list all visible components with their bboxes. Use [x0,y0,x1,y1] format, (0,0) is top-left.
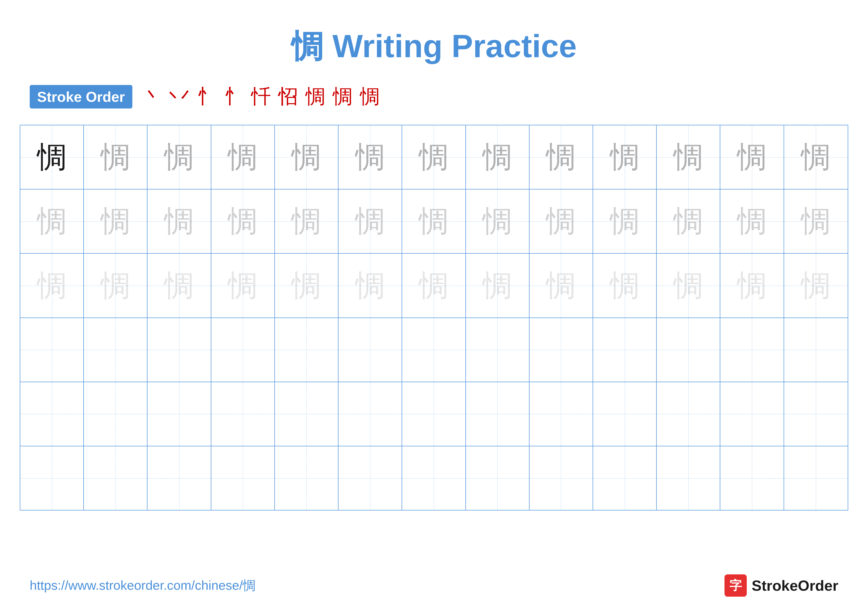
char-display: 惆 [610,201,640,241]
grid-cell-4-7[interactable] [402,318,466,382]
char-display: 惆 [482,137,512,177]
grid-cell-5-12[interactable] [720,382,784,446]
title-text: Writing Practice [323,28,577,64]
grid-cell-2-2[interactable]: 惆 [84,190,147,253]
grid-cell-2-13[interactable]: 惆 [784,190,848,253]
grid-cell-5-10[interactable] [593,382,657,446]
grid-cell-2-10[interactable]: 惆 [593,190,657,253]
char-display: 惆 [355,201,385,241]
grid-cell-2-3[interactable]: 惆 [147,190,211,253]
grid-cell-4-9[interactable] [530,318,593,382]
grid-row-3: 惆 惆 惆 惆 惆 惆 惆 惆 惆 惆 惆 惆 [20,253,848,318]
grid-cell-3-8[interactable]: 惆 [466,253,530,317]
grid-cell-1-2[interactable]: 惆 [84,125,147,189]
grid-cell-3-2[interactable]: 惆 [84,253,147,317]
logo-icon: 字 [724,574,747,597]
grid-cell-4-5[interactable] [275,318,338,382]
grid-cell-6-2[interactable] [84,446,147,510]
char-display: 惆 [801,201,831,241]
grid-cell-2-7[interactable]: 惆 [402,190,466,253]
grid-cell-3-4[interactable]: 惆 [211,253,275,317]
grid-cell-3-3[interactable]: 惆 [147,253,211,317]
grid-cell-1-8[interactable]: 惆 [466,125,530,189]
grid-cell-4-1[interactable] [20,318,84,382]
grid-cell-1-1[interactable]: 惆 [20,125,84,189]
grid-cell-2-8[interactable]: 惆 [466,190,530,253]
char-display: 惆 [419,201,449,241]
logo-text: StrokeOrder [752,577,838,594]
grid-cell-3-6[interactable]: 惆 [338,253,402,317]
grid-cell-4-10[interactable] [593,318,657,382]
grid-cell-6-12[interactable] [720,446,784,510]
grid-cell-1-3[interactable]: 惆 [147,125,211,189]
grid-cell-1-12[interactable]: 惆 [720,125,784,189]
grid-cell-1-5[interactable]: 惆 [275,125,338,189]
char-display: 惆 [610,266,640,306]
grid-cell-6-4[interactable] [211,446,275,510]
grid-cell-6-8[interactable] [466,446,530,510]
grid-cell-4-3[interactable] [147,318,211,382]
grid-cell-5-2[interactable] [84,382,147,446]
grid-cell-2-11[interactable]: 惆 [657,190,720,253]
grid-cell-4-11[interactable] [657,318,720,382]
grid-cell-6-9[interactable] [530,446,593,510]
grid-cell-3-11[interactable]: 惆 [657,253,720,317]
stroke-3: 忄 [197,83,217,110]
stroke-9: 惆 [360,83,380,110]
stroke-4: 忄 [224,83,244,110]
char-display: 惆 [674,201,703,241]
footer-logo: 字 StrokeOrder [724,574,838,597]
grid-cell-1-11[interactable]: 惆 [657,125,720,189]
grid-cell-1-7[interactable]: 惆 [402,125,466,189]
grid-cell-6-6[interactable] [338,446,402,510]
grid-cell-5-6[interactable] [338,382,402,446]
grid-cell-2-1[interactable]: 惆 [20,190,84,253]
footer-url[interactable]: https://www.strokeorder.com/chinese/惆 [30,577,256,594]
char-display: 惆 [37,266,67,306]
grid-cell-3-7[interactable]: 惆 [402,253,466,317]
grid-cell-3-9[interactable]: 惆 [530,253,593,317]
grid-cell-4-8[interactable] [466,318,530,382]
grid-cell-5-11[interactable] [657,382,720,446]
grid-cell-6-11[interactable] [657,446,720,510]
grid-cell-3-5[interactable]: 惆 [275,253,338,317]
grid-cell-3-13[interactable]: 惆 [784,253,848,317]
grid-cell-6-10[interactable] [593,446,657,510]
grid-cell-3-1[interactable]: 惆 [20,253,84,317]
grid-cell-4-4[interactable] [211,318,275,382]
char-display: 惆 [482,266,512,306]
footer: https://www.strokeorder.com/chinese/惆 字 … [0,574,868,597]
grid-cell-6-3[interactable] [147,446,211,510]
grid-cell-5-4[interactable] [211,382,275,446]
grid-cell-2-9[interactable]: 惆 [530,190,593,253]
grid-cell-5-9[interactable] [530,382,593,446]
grid-cell-4-2[interactable] [84,318,147,382]
grid-cell-4-13[interactable] [784,318,848,382]
grid-cell-2-4[interactable]: 惆 [211,190,275,253]
grid-cell-2-6[interactable]: 惆 [338,190,402,253]
grid-cell-4-6[interactable] [338,318,402,382]
grid-cell-1-4[interactable]: 惆 [211,125,275,189]
grid-cell-5-13[interactable] [784,382,848,446]
grid-cell-5-3[interactable] [147,382,211,446]
grid-cell-3-10[interactable]: 惆 [593,253,657,317]
grid-cell-6-5[interactable] [275,446,338,510]
char-display: 惆 [546,266,576,306]
grid-cell-1-13[interactable]: 惆 [784,125,848,189]
grid-cell-4-12[interactable] [720,318,784,382]
grid-cell-5-1[interactable] [20,382,84,446]
grid-cell-5-7[interactable] [402,382,466,446]
grid-cell-1-9[interactable]: 惆 [530,125,593,189]
grid-cell-5-8[interactable] [466,382,530,446]
grid-cell-6-1[interactable] [20,446,84,510]
char-display: 惆 [37,137,67,177]
grid-cell-3-12[interactable]: 惆 [720,253,784,317]
grid-cell-2-12[interactable]: 惆 [720,190,784,253]
char-display: 惆 [546,137,576,177]
grid-cell-6-7[interactable] [402,446,466,510]
grid-cell-5-5[interactable] [275,382,338,446]
grid-cell-1-10[interactable]: 惆 [593,125,657,189]
grid-cell-1-6[interactable]: 惆 [338,125,402,189]
grid-cell-6-13[interactable] [784,446,848,510]
grid-cell-2-5[interactable]: 惆 [275,190,338,253]
